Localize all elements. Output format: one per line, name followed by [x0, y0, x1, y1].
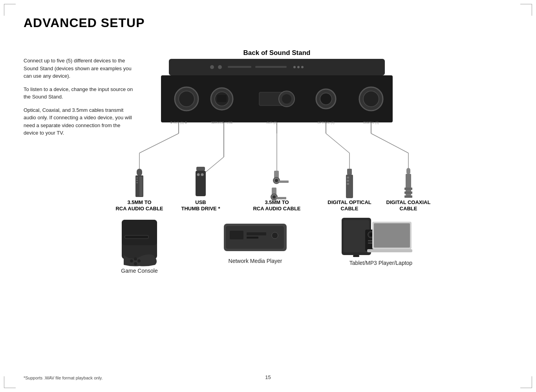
svg-text:USB: USB [195, 199, 206, 205]
svg-point-17 [282, 94, 291, 104]
footnote-text: *Supports .WAV file format playback only… [24, 376, 103, 380]
svg-rect-103 [367, 249, 412, 252]
svg-rect-44 [136, 182, 138, 183]
svg-rect-89 [247, 232, 266, 235]
svg-rect-102 [374, 223, 410, 248]
corner-mark-bl [4, 376, 16, 388]
svg-rect-40 [137, 169, 142, 176]
svg-point-52 [275, 179, 278, 182]
svg-point-56 [273, 195, 276, 199]
svg-text:RCA AUDIO CABLE: RCA AUDIO CABLE [253, 206, 300, 211]
svg-point-3 [218, 65, 222, 69]
svg-text:3.5MM TO: 3.5MM TO [127, 199, 151, 205]
svg-text:Back of Sound Stand: Back of Sound Stand [243, 49, 311, 57]
svg-rect-60 [347, 177, 349, 179]
corner-mark-tr [520, 4, 532, 16]
svg-rect-62 [347, 183, 349, 185]
svg-rect-95 [353, 255, 359, 257]
svg-text:Game Console: Game Console [121, 268, 158, 274]
footer-note: *Supports .WAV file format playback only… [24, 376, 103, 380]
svg-text:RCA AUDIO CABLE: RCA AUDIO CABLE [115, 206, 163, 211]
svg-point-98 [370, 233, 373, 236]
svg-rect-63 [406, 168, 410, 174]
corner-mark-tl [4, 4, 16, 16]
svg-text:CABLE: CABLE [400, 206, 417, 211]
svg-point-81 [130, 259, 133, 263]
svg-rect-5 [255, 66, 287, 68]
svg-rect-4 [228, 66, 251, 68]
svg-rect-67 [404, 195, 412, 198]
svg-text:SERVICE / USB: SERVICE / USB [211, 121, 232, 124]
svg-text:Network Media Player: Network Media Player [229, 258, 282, 264]
svg-point-84 [137, 259, 141, 263]
svg-rect-88 [230, 231, 243, 239]
svg-rect-42 [136, 177, 138, 179]
svg-text:AUX (2): AUX (2) [267, 121, 277, 124]
svg-rect-65 [404, 188, 412, 190]
svg-rect-58 [347, 169, 352, 175]
svg-point-11 [179, 91, 194, 107]
svg-rect-45 [139, 177, 143, 196]
svg-point-82 [134, 257, 137, 261]
svg-rect-14 [217, 95, 227, 102]
page-title: ADVANCED SETUP [24, 16, 512, 30]
svg-point-19 [320, 93, 332, 105]
svg-text:Tablet/MP3 Player/Laptop: Tablet/MP3 Player/Laptop [349, 260, 413, 266]
svg-text:THUMB DRIVE *: THUMB DRIVE * [181, 206, 221, 211]
svg-line-35 [326, 133, 349, 153]
svg-rect-53 [279, 181, 289, 183]
svg-point-83 [134, 262, 137, 265]
svg-point-49 [201, 173, 204, 176]
svg-point-91 [272, 232, 278, 239]
svg-rect-79 [122, 220, 157, 245]
page-number: 15 [265, 374, 271, 380]
svg-text:DIGITAL OPTICAL: DIGITAL OPTICAL [327, 199, 371, 205]
svg-point-6 [293, 66, 296, 68]
svg-rect-46 [196, 167, 205, 171]
svg-text:3.5MM TO: 3.5MM TO [265, 199, 289, 205]
svg-rect-66 [404, 191, 412, 194]
svg-point-7 [297, 66, 300, 68]
svg-rect-80 [125, 235, 148, 239]
svg-rect-43 [136, 180, 138, 181]
main-diagram: Back of Sound Stand ⊕ AUX (1 [110, 47, 444, 298]
svg-point-8 [301, 66, 304, 68]
page-container: ADVANCED SETUP Connect up to five (5) di… [0, 0, 536, 392]
svg-point-48 [197, 173, 200, 176]
svg-point-2 [210, 65, 214, 69]
corner-mark-br [520, 376, 532, 388]
svg-point-21 [363, 91, 379, 107]
svg-line-38 [371, 133, 408, 153]
svg-text:DIGITAL COAXIAL: DIGITAL COAXIAL [386, 199, 431, 205]
svg-rect-90 [247, 237, 258, 239]
svg-rect-61 [347, 180, 349, 182]
svg-text:CABLE: CABLE [341, 206, 359, 211]
svg-line-28 [139, 133, 179, 153]
